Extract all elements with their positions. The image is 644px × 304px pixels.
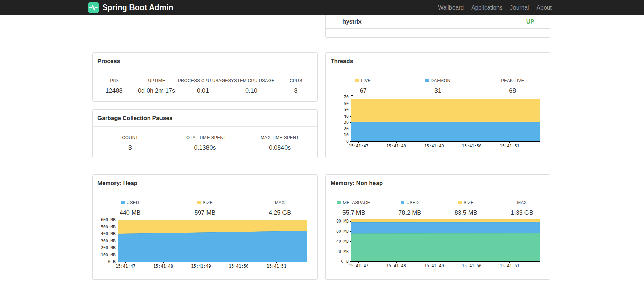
nav-journal[interactable]: Journal: [506, 4, 533, 11]
legend-heap-used: USED 440 MB: [93, 200, 168, 216]
spring-boot-admin-logo-icon: [88, 2, 99, 13]
svg-text:15:41:50: 15:41:50: [462, 143, 482, 148]
nonheap-chart-svg: 80 MB60 MB40 MB20 MB0 B15:41:4715:41:481…: [329, 216, 547, 270]
svg-text:15:41:50: 15:41:50: [229, 264, 249, 269]
gc-stats: COUNT 3 TOTAL TIME SPENT 0.1380s MAX TIM…: [93, 127, 317, 151]
threads-card-title: Threads: [326, 53, 550, 70]
svg-text:80 MB: 80 MB: [336, 219, 349, 224]
status-row-hystrix[interactable]: hystrix UP: [326, 15, 550, 29]
svg-text:15:41:51: 15:41:51: [500, 263, 520, 268]
svg-text:15:41:47: 15:41:47: [116, 264, 135, 269]
svg-text:30: 30: [344, 120, 349, 125]
stat-gc-max-time: MAX TIME SPENT 0.0840s: [242, 135, 317, 151]
svg-text:600 MB: 600 MB: [101, 217, 116, 222]
stat-pid: PID 12488: [93, 78, 135, 94]
svg-text:0 B: 0 B: [108, 259, 116, 264]
svg-text:15:41:51: 15:41:51: [500, 143, 520, 148]
svg-text:0 B: 0 B: [341, 259, 349, 264]
svg-text:50: 50: [344, 107, 349, 112]
legend-nonheap-size: SIZE 83.5 MB: [438, 200, 494, 216]
nav-links: Wallboard Applications Journal About: [434, 4, 552, 11]
stat-process-cpu-usage: PROCESS CPU USAGE 0.01: [178, 78, 228, 94]
svg-text:40 MB: 40 MB: [336, 239, 349, 244]
svg-text:15:41:50: 15:41:50: [462, 263, 482, 268]
heap-chart-svg: 600 MB500 MB400 MB300 MB200 MB100 MB0 B1…: [96, 216, 314, 271]
svg-text:15:41:49: 15:41:49: [424, 143, 444, 148]
daemon-swatch: [425, 79, 429, 82]
nav-about[interactable]: About: [533, 4, 552, 11]
heap-used-swatch: [121, 201, 125, 204]
nonheap-used-swatch: [401, 201, 404, 204]
svg-text:300 MB: 300 MB: [101, 239, 116, 243]
legend-metaspace: METASPACE 55.7 MB: [326, 200, 382, 216]
svg-text:60 MB: 60 MB: [336, 229, 349, 234]
stat-gc-total-time: TOTAL TIME SPENT 0.1380s: [168, 135, 243, 151]
heap-memory-chart: 600 MB500 MB400 MB300 MB200 MB100 MB0 B1…: [93, 216, 317, 271]
heap-legend: USED 440 MB SIZE 597 MB MAX 4.25 GB: [93, 192, 317, 216]
svg-text:70: 70: [344, 95, 349, 100]
application-status-card: hystrix UP: [325, 15, 550, 38]
threads-legend: LIVE 67 DAEMON 31 PEAK LIVE 68: [326, 70, 550, 94]
svg-text:400 MB: 400 MB: [101, 231, 116, 236]
legend-heap-size: SIZE 597 MB: [168, 200, 243, 216]
process-stats: PID 12488 UPTIME 0d 0h 2m 17s PROCESS CP…: [93, 70, 317, 94]
svg-text:15:41:49: 15:41:49: [191, 264, 211, 269]
legend-peak-live: PEAK LIVE 68: [475, 78, 550, 94]
gc-card-title: Garbage Collection Pauses: [93, 110, 317, 127]
threads-chart-svg: 70605040302010015:41:4715:41:4815:41:491…: [329, 94, 547, 150]
application-name: hystrix: [342, 18, 362, 25]
main-content: Process PID 12488 UPTIME 0d 0h 2m 17s PR…: [0, 15, 644, 280]
svg-text:200 MB: 200 MB: [101, 245, 116, 250]
stat-gc-count: COUNT 3: [93, 135, 168, 151]
process-card: Process PID 12488 UPTIME 0d 0h 2m 17s PR…: [92, 52, 318, 102]
memory-heap-card: Memory: Heap USED 440 MB SIZE 597 MB MAX…: [92, 174, 318, 280]
stat-cpus: CPUS 8: [275, 78, 317, 94]
svg-text:0: 0: [346, 139, 349, 144]
memory-nonheap-card: Memory: Non heap METASPACE 55.7 MB USED …: [325, 174, 550, 280]
nonheap-memory-chart: 80 MB60 MB40 MB20 MB0 B15:41:4715:41:481…: [326, 216, 550, 270]
svg-text:15:41:47: 15:41:47: [349, 263, 368, 268]
svg-text:100 MB: 100 MB: [101, 253, 116, 257]
legend-nonheap-max: MAX 1.33 GB: [494, 200, 550, 216]
svg-text:15:41:48: 15:41:48: [386, 143, 406, 148]
gc-pauses-card: Garbage Collection Pauses COUNT 3 TOTAL …: [92, 109, 318, 158]
live-swatch: [355, 79, 359, 82]
svg-text:20 MB: 20 MB: [336, 249, 349, 254]
nonheap-size-swatch: [458, 201, 462, 204]
right-column: hystrix UP Threads LIVE 67 DAEMON 31 PEA…: [325, 15, 550, 280]
svg-text:15:41:48: 15:41:48: [153, 264, 173, 269]
status-badge: UP: [526, 19, 534, 25]
legend-live: LIVE 67: [326, 78, 400, 94]
brand[interactable]: Spring Boot Admin: [88, 2, 173, 13]
nonheap-card-title: Memory: Non heap: [326, 175, 550, 192]
threads-chart: 70605040302010015:41:4715:41:4815:41:491…: [326, 94, 550, 150]
nav-applications[interactable]: Applications: [467, 4, 506, 11]
svg-text:15:41:48: 15:41:48: [386, 263, 406, 268]
threads-card: Threads LIVE 67 DAEMON 31 PEAK LIVE 68 7…: [325, 52, 550, 158]
legend-nonheap-used: USED 78.2 MB: [382, 200, 438, 216]
stat-uptime: UPTIME 0d 0h 2m 17s: [135, 78, 178, 94]
heap-card-title: Memory: Heap: [93, 175, 317, 192]
process-card-title: Process: [93, 53, 317, 70]
svg-text:20: 20: [344, 126, 349, 131]
svg-text:10: 10: [344, 133, 349, 137]
svg-text:15:41:49: 15:41:49: [424, 263, 444, 268]
legend-daemon: DAEMON 31: [400, 78, 475, 94]
svg-text:500 MB: 500 MB: [101, 225, 116, 229]
navbar: Spring Boot Admin Wallboard Applications…: [0, 0, 644, 15]
legend-heap-max: MAX 4.25 GB: [242, 200, 317, 216]
left-column: Process PID 12488 UPTIME 0d 0h 2m 17s PR…: [92, 15, 318, 280]
heap-size-swatch: [197, 201, 201, 204]
metaspace-swatch: [337, 201, 341, 204]
nav-wallboard[interactable]: Wallboard: [434, 4, 467, 11]
nonheap-legend: METASPACE 55.7 MB USED 78.2 MB SIZE 83.5…: [326, 192, 550, 216]
svg-text:15:41:51: 15:41:51: [267, 264, 287, 269]
stat-system-cpu-usage: SYSTEM CPU USAGE 0.10: [228, 78, 275, 94]
svg-text:15:41:47: 15:41:47: [349, 143, 368, 148]
brand-title: Spring Boot Admin: [102, 3, 173, 12]
svg-text:40: 40: [344, 114, 349, 119]
svg-text:60: 60: [344, 101, 349, 106]
